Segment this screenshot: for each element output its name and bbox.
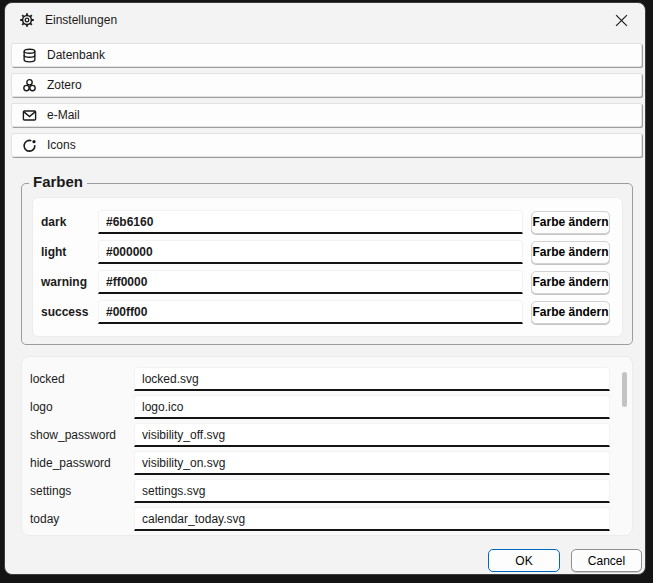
change-color-button-warning[interactable]: Farbe ändern xyxy=(531,271,610,294)
change-color-button-dark[interactable]: Farbe ändern xyxy=(531,211,610,234)
color-value-input-dark[interactable] xyxy=(98,210,523,234)
section-header-zotero[interactable]: Zotero xyxy=(11,73,642,97)
color-label: light xyxy=(41,245,98,259)
scrollbar-thumb[interactable] xyxy=(622,372,627,407)
icon-label: settings xyxy=(30,484,134,498)
color-value-input-warning[interactable] xyxy=(98,270,523,294)
section-header-email[interactable]: e-Mail xyxy=(11,103,642,127)
settings-dialog: Einstellungen Datenbank xyxy=(4,2,646,575)
icon-row-today: today xyxy=(30,505,632,533)
icon-file-input-locked[interactable] xyxy=(134,367,610,391)
color-value-input-success[interactable] xyxy=(98,300,523,324)
icon-label: logo xyxy=(30,400,134,414)
farben-title: Farben xyxy=(29,173,87,190)
icon-file-input-today[interactable] xyxy=(134,507,610,531)
section-label: Icons xyxy=(47,138,76,152)
farben-groupbox: Farben dark Farbe ändern light Farbe änd… xyxy=(21,183,633,345)
icon-file-input-hide-password[interactable] xyxy=(134,451,610,475)
window-title: Einstellungen xyxy=(45,13,117,27)
section-header-icons[interactable]: Icons xyxy=(11,133,642,157)
section-header-datenbank[interactable]: Datenbank xyxy=(11,43,642,67)
icon-file-input-settings[interactable] xyxy=(134,479,610,503)
icon-row-settings: settings xyxy=(30,477,632,505)
section-label: e-Mail xyxy=(47,108,80,122)
color-row-dark: dark Farbe ändern xyxy=(41,207,610,237)
icon-label: hide_password xyxy=(30,456,134,470)
database-icon xyxy=(22,48,37,63)
icon-label: show_password xyxy=(30,428,134,442)
zotero-icon xyxy=(22,78,37,93)
color-row-light: light Farbe ändern xyxy=(41,237,610,267)
icon-label: today xyxy=(30,512,134,526)
ok-button[interactable]: OK xyxy=(488,549,560,572)
icon-file-input-show-password[interactable] xyxy=(134,423,610,447)
close-icon xyxy=(615,14,628,27)
section-label: Datenbank xyxy=(47,48,105,62)
icons-list-panel: locked logo show_password hide_password … xyxy=(21,356,633,536)
color-label: success xyxy=(41,305,98,319)
change-color-button-light[interactable]: Farbe ändern xyxy=(531,241,610,264)
icon-label: locked xyxy=(30,372,134,386)
icon-file-input-logo[interactable] xyxy=(134,395,610,419)
color-label: dark xyxy=(41,215,98,229)
close-button[interactable] xyxy=(605,7,637,33)
cancel-button[interactable]: Cancel xyxy=(571,549,642,572)
section-label: Zotero xyxy=(47,78,82,92)
gear-icon xyxy=(19,12,35,28)
icon-row-logo: logo xyxy=(30,393,632,421)
color-value-input-light[interactable] xyxy=(98,240,523,264)
icon-row-locked: locked xyxy=(30,365,632,393)
sync-icon xyxy=(22,138,37,153)
color-row-warning: warning Farbe ändern xyxy=(41,267,610,297)
farben-panel: dark Farbe ändern light Farbe ändern war… xyxy=(32,197,623,337)
color-label: warning xyxy=(41,275,98,289)
icon-row-show-password: show_password xyxy=(30,421,632,449)
title-bar: Einstellungen xyxy=(5,3,645,37)
color-row-success: success Farbe ändern xyxy=(41,297,610,327)
icon-row-hide-password: hide_password xyxy=(30,449,632,477)
change-color-button-success[interactable]: Farbe ändern xyxy=(531,301,610,324)
email-icon xyxy=(22,108,37,123)
